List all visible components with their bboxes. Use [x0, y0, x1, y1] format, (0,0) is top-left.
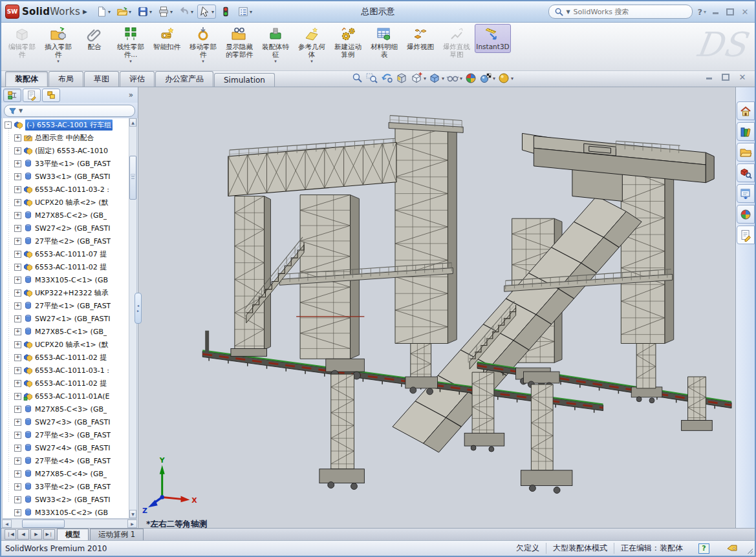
maximize-button[interactable]	[726, 8, 735, 16]
tree-item[interactable]: +总图示意 中的配合	[3, 131, 136, 144]
expand-toggle[interactable]: +	[14, 277, 21, 284]
tree-filter-input[interactable]: ▼	[4, 105, 135, 117]
tree-item[interactable]: +SW33<1> (GB_FASTI	[3, 170, 136, 183]
expand-toggle[interactable]: +	[14, 457, 21, 465]
view-orientation-button[interactable]: ▾	[410, 72, 426, 85]
minimize-button[interactable]	[711, 8, 720, 16]
previous-view-button[interactable]	[380, 72, 393, 85]
section-view-button[interactable]	[395, 72, 408, 85]
render-mode-button[interactable]: ▾	[497, 72, 513, 85]
expand-toggle[interactable]: +	[14, 160, 21, 167]
expand-toggle[interactable]: +	[14, 367, 21, 374]
tab-Simulation[interactable]: Simulation	[214, 73, 275, 87]
close-button[interactable]: ✕	[740, 8, 750, 16]
expand-toggle[interactable]: +	[14, 134, 21, 142]
tree-item[interactable]: +M33X105-C<1> (GB	[3, 273, 136, 286]
panel-tabs-overflow[interactable]: »	[129, 90, 136, 100]
new-doc-button[interactable]: ▾	[94, 5, 113, 19]
print-button[interactable]: ▾	[156, 5, 175, 19]
expand-toggle[interactable]: +	[14, 380, 21, 387]
tree-item[interactable]: +6553-AC-1011-02 提	[3, 260, 136, 273]
scroll-up-arrow[interactable]: ▲	[129, 118, 136, 127]
first-tab-button[interactable]: ❘◀	[5, 529, 16, 540]
tree-item[interactable]: +SW33<2> (GB_FASTI	[3, 493, 136, 506]
panel-splitter[interactable]: ◂▸	[135, 293, 142, 324]
assembly-model[interactable]: Y X Z	[138, 87, 735, 528]
tree-item[interactable]: +6553-AC-1011-03-2 :	[3, 183, 136, 196]
ribbon-linear-pattern-button[interactable]: 线性零部件...▾	[113, 24, 149, 66]
sheet-tab-模型[interactable]: 模型	[57, 529, 89, 540]
hscroll-thumb[interactable]	[22, 520, 65, 528]
tree-item[interactable]: +6553-AC-1011-02 提	[3, 377, 136, 390]
search-pane-pane-button[interactable]	[737, 163, 755, 182]
expand-toggle[interactable]: +	[14, 264, 21, 271]
display-style-button[interactable]: ▾	[428, 72, 444, 85]
select-cursor-button[interactable]: ▾	[197, 5, 216, 19]
expand-toggle[interactable]: +	[14, 445, 21, 452]
ribbon-assembly-feature-button[interactable]: 装配体特征▾	[257, 24, 294, 66]
expand-toggle[interactable]: +	[14, 496, 21, 503]
save-button[interactable]: ▾	[135, 5, 154, 19]
tree-item[interactable]: +6553-AC-1011-03-1 :	[3, 364, 136, 377]
expand-toggle[interactable]: +	[14, 406, 21, 413]
tree-item[interactable]: +M27X85-C<2> (GB_	[3, 209, 136, 222]
expand-toggle[interactable]: +	[14, 328, 21, 335]
tree-item[interactable]: +27平垫<3> (GB_FAST	[3, 428, 136, 441]
undo-button[interactable]: ▾	[177, 5, 195, 19]
doc-restore-button[interactable]	[721, 73, 730, 81]
help-button[interactable]: ?▾	[697, 7, 706, 17]
tree-item[interactable]: +SW27<2> (GB_FASTI	[3, 222, 136, 235]
tree-item[interactable]: +6553-AC-1011-01A(E	[3, 390, 136, 403]
view-settings-button[interactable]: ▾	[479, 72, 495, 85]
features-tab-button[interactable]	[3, 89, 21, 102]
tree-item[interactable]: +SW27<3> (GB_FASTI	[3, 415, 136, 428]
ribbon-edit-component-button[interactable]: 编辑零部件	[4, 24, 40, 60]
ribbon-insert-component-button[interactable]: 插入零部件▾	[40, 24, 76, 66]
apply-scene-button[interactable]	[464, 72, 477, 85]
quick-tips-help-icon[interactable]: ?	[698, 543, 709, 554]
search-scope-dropdown[interactable]: ▼	[566, 9, 570, 15]
next-tab-button[interactable]: ▶	[30, 529, 42, 540]
tree-item[interactable]: +6553-AC-1011-02 提	[3, 351, 136, 364]
tab-装配体[interactable]: 装配体	[5, 71, 48, 87]
ribbon-reference-geometry-button[interactable]: 参考几何体▾	[294, 24, 330, 66]
expand-toggle[interactable]: +	[14, 509, 21, 516]
expand-toggle[interactable]: +	[14, 251, 21, 258]
resize-grip[interactable]	[747, 548, 753, 554]
tree-item[interactable]: -(-) 6553-AC-1001 行车组	[3, 118, 136, 131]
last-tab-button[interactable]: ▶❘	[43, 529, 55, 540]
tab-布局[interactable]: 布局	[49, 71, 83, 87]
search-input[interactable]	[572, 7, 665, 17]
tree-horizontal-scrollbar[interactable]: ◀ ▶	[2, 519, 137, 528]
prev-tab-button[interactable]: ◀	[17, 529, 29, 540]
scroll-thumb[interactable]	[129, 156, 136, 200]
sheet-tab-运动算例 1[interactable]: 运动算例 1	[90, 529, 144, 540]
ribbon-explode-line-sketch-button[interactable]: 爆炸直线草图	[438, 24, 475, 60]
expand-toggle[interactable]: -	[5, 121, 12, 129]
ribbon-motion-study-button[interactable]: 新建运动算例	[330, 24, 366, 60]
zoom-fit-button[interactable]	[351, 72, 363, 85]
ribbon-mate-button[interactable]: 配合	[76, 24, 113, 53]
tab-草图[interactable]: 草图	[84, 71, 119, 87]
doc-close-button[interactable]: ✕	[738, 73, 747, 81]
expand-toggle[interactable]: +	[14, 147, 21, 154]
ribbon-exploded-view-button[interactable]: 爆炸视图	[402, 24, 438, 53]
menu-expand-arrow-icon[interactable]: ▶	[83, 8, 87, 15]
tab-办公室产品[interactable]: 办公室产品	[155, 71, 213, 87]
expand-toggle[interactable]: +	[14, 173, 21, 180]
file-explorer-pane-button[interactable]	[737, 143, 755, 162]
tree-item[interactable]: +M33X105-C<2> (GB	[3, 506, 136, 519]
tree-item[interactable]: +(固定) 6553-AC-1010	[3, 144, 136, 157]
expand-toggle[interactable]: +	[14, 470, 21, 478]
expand-toggle[interactable]: +	[14, 315, 21, 322]
expand-toggle[interactable]: +	[14, 289, 21, 297]
tree-item[interactable]: +UCPX20 轴承<1> (默	[3, 338, 136, 351]
scroll-right-arrow[interactable]: ▶	[127, 520, 137, 528]
ribbon-bom-button[interactable]: 材料明细表	[366, 24, 402, 60]
tree-item[interactable]: +27平垫<2> (GB_FAST	[3, 235, 136, 247]
expand-toggle[interactable]: +	[14, 225, 21, 232]
appearances-pane-button[interactable]	[737, 205, 755, 224]
expand-toggle[interactable]: +	[14, 341, 21, 348]
configurations-tab-button[interactable]	[42, 89, 60, 102]
open-button[interactable]: ▾	[114, 5, 133, 19]
